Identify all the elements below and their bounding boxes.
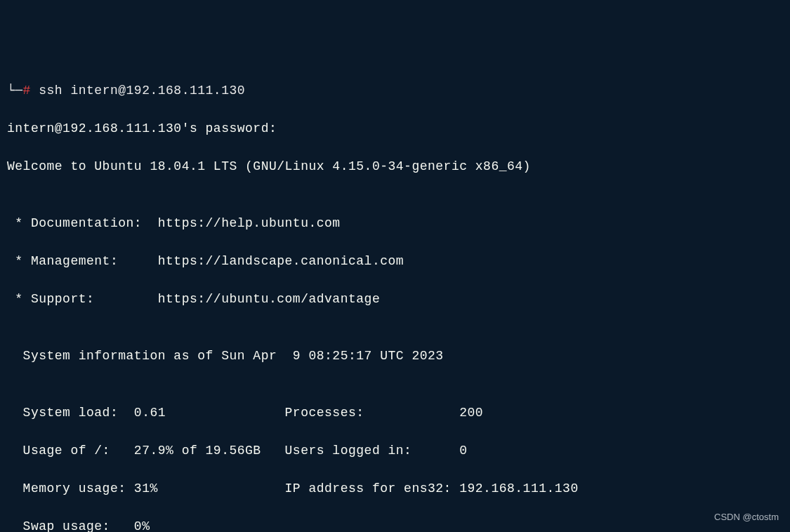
ssh-command: ssh intern@192.168.111.130: [39, 84, 245, 98]
management-line: * Management: https://landscape.canonica…: [7, 252, 783, 271]
swap-usage-line: Swap usage: 0%: [7, 517, 783, 532]
prompt-line[interactable]: └─# ssh intern@192.168.111.130: [7, 81, 783, 100]
prompt-bracket: └─: [7, 84, 23, 98]
sysinfo-header: System information as of Sun Apr 9 08:25…: [7, 347, 783, 366]
password-prompt[interactable]: intern@192.168.111.130's password:: [7, 119, 783, 138]
watermark: CSDN @ctostm: [714, 510, 779, 524]
welcome-line: Welcome to Ubuntu 18.04.1 LTS (GNU/Linux…: [7, 157, 783, 176]
support-line: * Support: https://ubuntu.com/advantage: [7, 290, 783, 309]
memory-usage-line: Memory usage: 31% IP address for ens32: …: [7, 479, 783, 498]
system-load-line: System load: 0.61 Processes: 200: [7, 404, 783, 423]
disk-usage-line: Usage of /: 27.9% of 19.56GB Users logge…: [7, 441, 783, 460]
documentation-line: * Documentation: https://help.ubuntu.com: [7, 214, 783, 233]
prompt-hash: #: [23, 84, 31, 98]
